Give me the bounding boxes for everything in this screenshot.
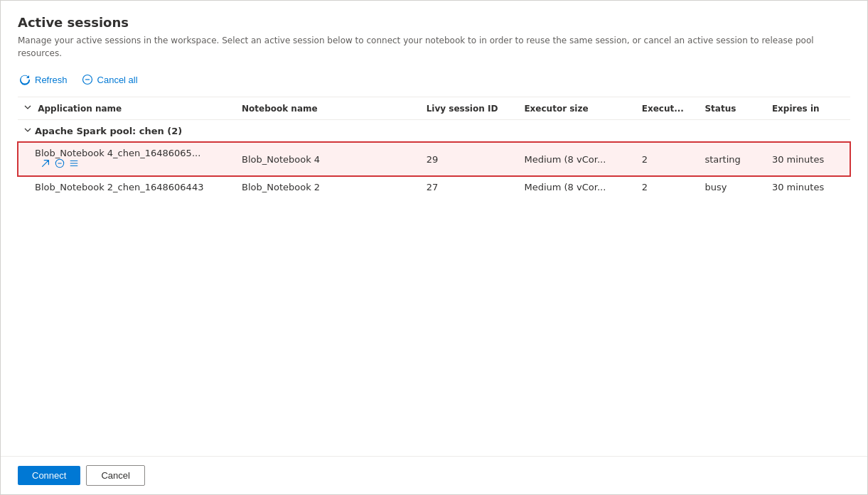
refresh-button[interactable]: Refresh [18,71,69,88]
more-options-icon[interactable] [69,158,79,168]
collapse-all-chevron[interactable] [23,103,32,111]
cell-status: starting [699,142,766,176]
col-header-status: Status [699,97,766,120]
cell-livy-id: 29 [421,142,519,176]
cell-notebook-name: Blob_Notebook 4 [236,142,421,176]
col-header-notebook-name: Notebook name [236,97,421,120]
cell-executor-size: Medium (8 vCor... [518,142,636,176]
cell-executor-count: 2 [636,176,700,198]
cell-livy-id: 27 [421,176,519,198]
cancel-button[interactable]: Cancel [86,465,144,486]
page-title: Active sessions [18,15,850,30]
cell-executor-size: Medium (8 vCor... [518,176,636,198]
cell-status: busy [699,176,766,198]
cell-executor-count: 2 [636,142,700,176]
connect-button[interactable]: Connect [18,466,80,485]
cell-notebook-name: Blob_Notebook 2 [236,176,421,198]
col-header-app-name: Application name [18,97,236,120]
app-name-text: Blob_Notebook 4_chen_16486065... [35,148,200,158]
group-label: Apache Spark pool: chen (2) [35,126,182,136]
table-row[interactable]: Blob_Notebook 4_chen_16486065...Blob_Not… [18,142,850,176]
group-row[interactable]: Apache Spark pool: chen (2) [18,120,850,143]
cancel-all-icon [82,74,93,85]
col-header-executor-size: Executor size [518,97,636,120]
app-name-text: Blob_Notebook 2_chen_1648606443 [35,182,203,192]
col-header-livy-session: Livy session ID [421,97,519,120]
cell-app-name: Blob_Notebook 2_chen_1648606443 [18,176,236,198]
col-header-executor-count: Execut... [636,97,700,120]
page-description: Manage your active sessions in the works… [18,34,850,60]
cancel-all-label: Cancel all [97,75,138,85]
group-chevron[interactable] [23,126,32,134]
cell-expires-in: 30 minutes [766,142,850,176]
cell-expires-in: 30 minutes [766,176,850,198]
connect-session-icon[interactable] [41,158,50,168]
col-header-expires-in: Expires in [766,97,850,120]
table-row[interactable]: Blob_Notebook 2_chen_1648606443Blob_Note… [18,176,850,198]
cell-app-name: Blob_Notebook 4_chen_16486065... [18,142,236,176]
cancel-session-icon[interactable] [55,158,65,168]
refresh-icon [19,74,31,85]
refresh-label: Refresh [35,75,68,85]
cancel-all-button[interactable]: Cancel all [80,71,139,88]
